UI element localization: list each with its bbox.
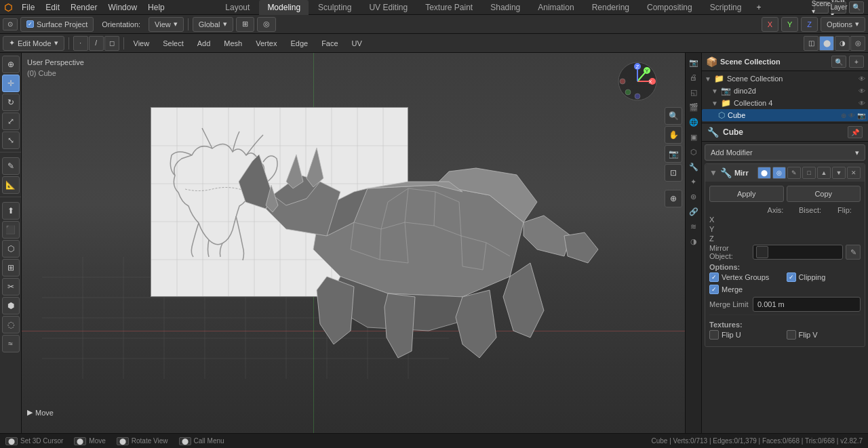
tab-uv-editing[interactable]: UV Editing xyxy=(361,0,416,15)
prop-tab-object[interactable]: ▣ xyxy=(687,130,701,144)
wireframe-icon[interactable]: ◫ xyxy=(804,36,818,51)
menu-add[interactable]: Add xyxy=(192,36,216,51)
tool-smooth[interactable]: ≈ xyxy=(2,335,20,352)
mode-indicator[interactable]: ✓ Surface Project xyxy=(20,17,94,32)
tool-poly-build[interactable]: ⬢ xyxy=(2,297,20,314)
tab-rendering[interactable]: Rendering xyxy=(584,0,637,15)
proportional-btn[interactable]: ◎ xyxy=(257,17,276,32)
tool-spin[interactable]: ◌ xyxy=(2,316,20,333)
prop-tab-constraints[interactable]: 🔗 xyxy=(687,205,701,218)
scene-selector[interactable]: Scene ▾ xyxy=(814,1,829,14)
add-workspace-btn[interactable]: + xyxy=(751,0,766,15)
menu-mesh[interactable]: Mesh xyxy=(218,36,248,51)
options-dropdown[interactable]: Options ▾ xyxy=(821,17,865,32)
menu-help[interactable]: Help xyxy=(142,0,170,15)
mod-render-icon[interactable]: ◎ xyxy=(772,167,786,179)
search-btn[interactable]: 🔍 xyxy=(849,1,864,14)
vertex-groups-checkbox[interactable] xyxy=(709,272,719,282)
mod-close-icon[interactable]: ✕ xyxy=(847,167,861,179)
rendered-icon[interactable]: ◎ xyxy=(850,36,865,51)
tab-compositing[interactable]: Compositing xyxy=(639,0,701,15)
mod-up-icon[interactable]: ▲ xyxy=(817,167,831,179)
copy-btn[interactable]: Copy xyxy=(787,186,861,202)
tab-texture-paint[interactable]: Texture Paint xyxy=(417,0,481,15)
merge-checkbox[interactable] xyxy=(709,285,719,294)
outliner-scene-collection[interactable]: ▼ 📁 Scene Collection 👁 xyxy=(702,73,868,85)
face-select-icon[interactable]: ◻ xyxy=(104,36,119,51)
tab-shading[interactable]: Shading xyxy=(482,0,528,15)
viewport-gizmo[interactable]: X Y Z xyxy=(617,61,658,102)
edge-select-icon[interactable]: / xyxy=(89,36,104,51)
menu-uv[interactable]: UV xyxy=(347,36,368,51)
tool-bevel[interactable]: ⬡ xyxy=(2,240,20,258)
prop-tab-view-layer[interactable]: ◱ xyxy=(687,85,701,99)
prop-tab-data[interactable]: ≋ xyxy=(687,220,701,233)
menu-edge[interactable]: Edge xyxy=(285,36,313,51)
tab-modeling[interactable]: Modeling xyxy=(259,0,309,15)
tool-scale[interactable]: ⤢ xyxy=(2,113,20,130)
material-icon[interactable]: ◑ xyxy=(835,36,850,51)
menu-view[interactable]: View xyxy=(128,36,155,51)
collection4-eye[interactable]: 👁 xyxy=(859,100,865,107)
zoom-in-btn[interactable]: 🔍 xyxy=(665,107,682,125)
eyedrop-btn[interactable]: ✎ xyxy=(846,245,861,260)
x-axis-btn[interactable]: X xyxy=(762,17,778,32)
vertex-select-icon[interactable]: · xyxy=(73,36,88,51)
outliner-cube[interactable]: ⬡ Cube ⊕ 👁 📷 xyxy=(702,109,868,121)
ortho-view-btn[interactable]: ⊡ xyxy=(665,164,682,182)
menu-edit[interactable]: Edit xyxy=(40,0,65,15)
merge-limit-input[interactable] xyxy=(753,297,861,312)
mod-realtime-icon[interactable]: ⬤ xyxy=(757,167,771,179)
tool-annotate[interactable]: ✎ xyxy=(2,157,20,175)
view-dropdown[interactable]: View ▾ xyxy=(149,17,184,32)
transform-global-dropdown[interactable]: Global ▾ xyxy=(193,17,233,32)
prop-tab-output[interactable]: 🖨 xyxy=(687,70,701,84)
flip-v-checkbox[interactable] xyxy=(787,330,796,340)
menu-face[interactable]: Face xyxy=(316,36,343,51)
tool-rotate[interactable]: ↻ xyxy=(2,94,20,111)
mirror-object-input[interactable] xyxy=(753,245,843,260)
menu-window[interactable]: Window xyxy=(102,0,142,15)
prop-tab-world[interactable]: 🌐 xyxy=(687,115,701,129)
prop-tab-render[interactable]: 📷 xyxy=(687,56,701,69)
camera-view-btn[interactable]: 📷 xyxy=(665,145,682,163)
add-modifier-btn[interactable]: Add Modifier ▾ xyxy=(705,144,865,161)
tab-sculpting[interactable]: Sculpting xyxy=(310,0,359,15)
prop-tab-physics[interactable]: ⊛ xyxy=(687,190,701,203)
viewport[interactable]: User Perspective (0) Cube X Y Z xyxy=(22,53,685,433)
tab-scripting[interactable]: Scripting xyxy=(702,0,750,15)
menu-vertex[interactable]: Vertex xyxy=(250,36,282,51)
tool-move[interactable]: ✛ xyxy=(2,75,20,92)
prop-tab-scene[interactable]: 🎬 xyxy=(687,100,701,114)
mod-edit-icon[interactable]: ✎ xyxy=(787,167,801,179)
tool-measure[interactable]: 📐 xyxy=(2,176,20,194)
tool-transform[interactable]: ⤡ xyxy=(2,131,20,149)
prop-tab-material[interactable]: ◑ xyxy=(687,235,701,248)
edit-mode-dropdown[interactable]: ✦ Edit Mode ▾ xyxy=(3,36,64,51)
z-axis-btn[interactable]: Z xyxy=(801,17,818,32)
clipping-checkbox[interactable] xyxy=(787,272,796,282)
tool-inset[interactable]: ⬛ xyxy=(2,221,20,239)
cursor-pivot-btn[interactable]: ⊕ xyxy=(665,190,682,207)
menu-select[interactable]: Select xyxy=(157,36,189,51)
outliner-add-btn[interactable]: + xyxy=(849,56,864,68)
scene-collection-eye[interactable]: 👁 xyxy=(859,75,865,83)
dino2d-eye[interactable]: 👁 xyxy=(859,87,865,95)
snap-btn[interactable]: ⊞ xyxy=(236,17,254,32)
y-axis-btn[interactable]: Y xyxy=(781,17,798,32)
view-layer-selector[interactable]: View Layer ▾ xyxy=(831,1,846,14)
apply-btn[interactable]: Apply xyxy=(709,186,784,202)
transform-pivot-btn[interactable]: ⊙ xyxy=(3,18,18,30)
hand-tool-btn[interactable]: ✋ xyxy=(665,126,682,144)
mod-cage-icon[interactable]: □ xyxy=(802,167,816,179)
flip-u-checkbox[interactable] xyxy=(709,330,719,340)
outliner-filter-btn[interactable]: 🔍 xyxy=(831,56,846,68)
tool-knife[interactable]: ✂ xyxy=(2,278,20,296)
tool-loop-cut[interactable]: ⊞ xyxy=(2,259,20,277)
prop-tab-modifier[interactable]: 🔧 xyxy=(687,160,701,174)
menu-file[interactable]: File xyxy=(16,0,40,15)
solid-icon[interactable]: ⬤ xyxy=(819,36,834,51)
outliner-dino2d[interactable]: ▼ 📷 dino2d 👁 xyxy=(702,85,868,97)
prop-tab-particles[interactable]: ✦ xyxy=(687,175,701,188)
mod-down-icon[interactable]: ▼ xyxy=(832,167,846,179)
